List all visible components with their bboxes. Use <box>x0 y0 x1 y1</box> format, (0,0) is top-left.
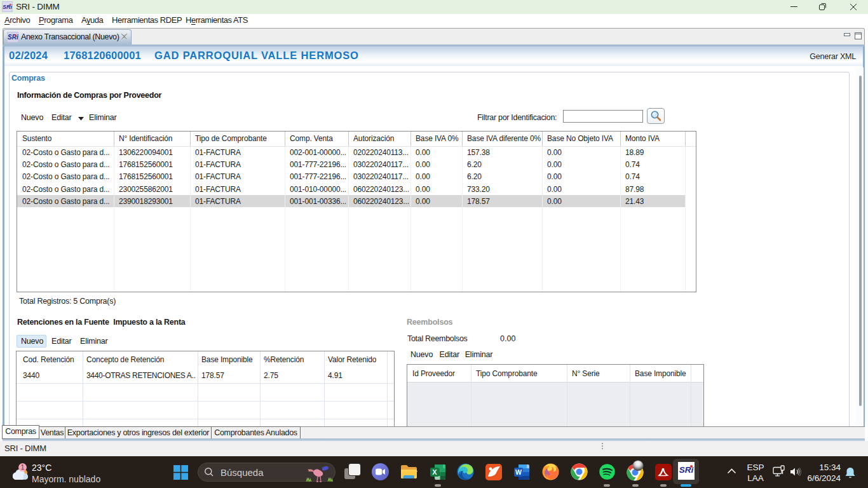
svg-text:X: X <box>432 468 437 476</box>
svg-text:W: W <box>515 468 522 476</box>
